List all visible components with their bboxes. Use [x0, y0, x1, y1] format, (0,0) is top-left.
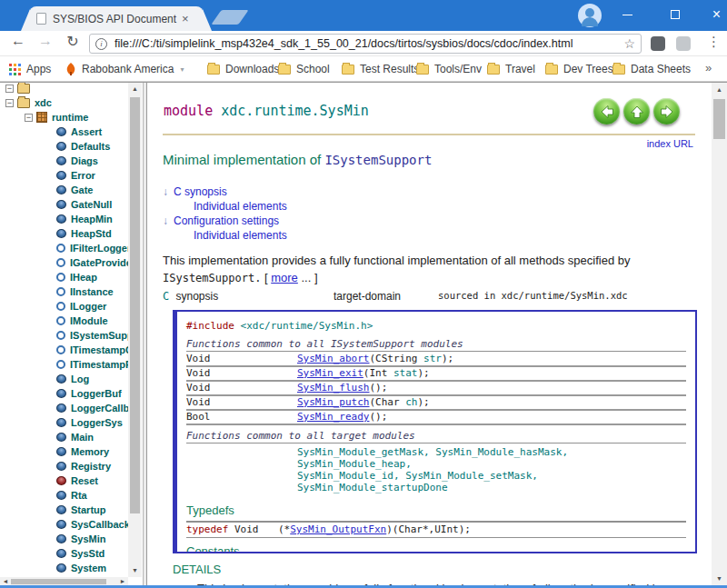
function-link[interactable]: SysMin_abort [297, 353, 369, 364]
url-bar[interactable]: i file:///C:/ti/simplelink_msp432e4_sdk_… [89, 34, 642, 54]
scroll-up-icon[interactable]: ▲ [712, 86, 727, 94]
tree-item-igateprovider[interactable]: IGateProvider [4, 255, 128, 270]
function-link[interactable]: SysMin_exit [297, 367, 364, 379]
nav-up-button[interactable] [623, 98, 650, 125]
tree-item-syscallback[interactable]: SysCallback [4, 517, 128, 532]
tree-item-sysstd[interactable]: SysStd [4, 546, 128, 561]
minimize-button[interactable] [607, 0, 648, 29]
tree-item-rta[interactable]: Rta [4, 488, 128, 503]
scrollbar-thumb[interactable] [11, 579, 106, 584]
typedef-pre: (* [278, 523, 290, 535]
module-functions[interactable]: SysMin_Module_getMask, SysMin_Module_has… [186, 444, 686, 497]
scroll-down-icon[interactable]: ▼ [712, 575, 727, 583]
tree-item-gatenull[interactable]: GateNull [4, 197, 128, 212]
bookmark-rabobank[interactable]: Rabobank America ▾ [65, 61, 184, 77]
collapse-icon[interactable]: − [5, 99, 14, 107]
extension-icon-2[interactable] [676, 36, 691, 51]
intro-interface-name: ISystemSupport. [163, 272, 261, 284]
bookmark-folder-data-sheets[interactable]: Data Sheets [612, 61, 691, 77]
toc-link-c-synopsis[interactable]: C synopsis [174, 185, 227, 198]
tree-item-sysmin[interactable]: SysMin [4, 532, 128, 546]
bookmark-folder-test-results[interactable]: Test Results [342, 61, 419, 77]
tree-item-diags[interactable]: Diags [4, 154, 128, 168]
function-link[interactable]: SysMin_putch [297, 396, 369, 408]
tree-item-loggersys[interactable]: LoggerSys [4, 415, 128, 430]
index-link[interactable]: index [647, 138, 671, 149]
tree-item-log[interactable]: Log [4, 372, 128, 386]
menu-icon[interactable]: ⋮ [707, 34, 721, 50]
function-link[interactable]: SysMin_flush [297, 382, 369, 394]
tree-item-iheap[interactable]: IHeap [4, 270, 128, 284]
forward-icon[interactable]: → [35, 33, 56, 49]
nav-forward-button[interactable] [653, 98, 680, 125]
browser-tab[interactable]: SYS/BIOS API Document × [29, 6, 204, 31]
scrollbar-thumb[interactable] [130, 97, 140, 513]
scrollbar-thumb[interactable] [713, 99, 725, 139]
new-tab-button[interactable] [211, 10, 248, 25]
tree-item-loggercallback[interactable]: LoggerCallback [4, 401, 128, 415]
extension-icon[interactable] [651, 36, 665, 51]
tree-item-reset[interactable]: Reset [4, 473, 128, 488]
url-text[interactable]: file:///C:/ti/simplelink_msp432e4_sdk_1_… [115, 37, 623, 50]
title-rule [163, 134, 695, 135]
scroll-right-icon[interactable]: ► [119, 578, 126, 585]
tree-item-heapmin[interactable]: HeapMin [4, 212, 128, 226]
tree-item-ifilterlogger[interactable]: IFilterLogger [4, 241, 128, 255]
tree-item-system[interactable]: System [4, 561, 128, 575]
toc-link-individual-elements-2[interactable]: Individual elements [194, 229, 287, 242]
tree-item-gate[interactable]: Gate [4, 183, 128, 197]
tree-item-startup[interactable]: Startup [4, 503, 128, 517]
tree-item-itimestampprovider[interactable]: ITimestampProvider [4, 357, 128, 372]
tree-item-iinstance[interactable]: IInstance [4, 284, 128, 299]
more-link[interactable]: more [271, 271, 298, 284]
bookmark-folder-school[interactable]: School [278, 61, 330, 77]
scroll-left-icon[interactable]: ◄ [2, 578, 9, 585]
scroll-down-icon[interactable]: ▼ [128, 567, 142, 574]
profile-icon[interactable] [578, 4, 602, 27]
tree-item-loggerbuf[interactable]: LoggerBuf [4, 386, 128, 401]
bookmark-folder-downloads[interactable]: Downloads [207, 61, 279, 77]
tree-item-registry[interactable]: Registry [4, 459, 128, 473]
tree-item-root-partial[interactable]: − [4, 83, 128, 95]
module-functions-line[interactable]: SysMin_Module_getMask, SysMin_Module_has… [297, 446, 568, 470]
reload-icon[interactable]: ↻ [62, 33, 84, 50]
module-functions-line[interactable]: SysMin_Module_id, SysMin_Module_setMask,… [297, 470, 538, 493]
tree-item-itimestampclient[interactable]: ITimestampClient [4, 343, 128, 357]
typedef-link[interactable]: SysMin_OutputFxn [290, 523, 386, 535]
tree-item-error[interactable]: Error [4, 168, 128, 183]
bookmark-star-icon[interactable]: ☆ [623, 36, 635, 51]
toc-link-individual-elements-1[interactable]: Individual elements [194, 200, 287, 213]
tree-item-heapstd[interactable]: HeapStd [4, 226, 128, 241]
bookmark-folder-dev-trees[interactable]: Dev Trees [545, 61, 613, 77]
back-icon[interactable]: ← [7, 33, 29, 49]
arrow-left-icon [598, 103, 616, 121]
tree-item-xdc[interactable]: − xdc [4, 95, 128, 110]
scroll-up-icon[interactable]: ▲ [128, 85, 142, 93]
tree-item-defaults[interactable]: Defaults [4, 139, 128, 154]
info-icon[interactable]: i [95, 38, 107, 50]
function-link[interactable]: SysMin_ready [297, 411, 369, 423]
tree-item-main[interactable]: Main [4, 430, 128, 444]
collapse-icon[interactable]: − [25, 114, 33, 122]
tab-close-icon[interactable]: × [182, 12, 189, 25]
bookmark-folder-tools-env[interactable]: Tools/Env [416, 61, 482, 77]
tree-item-assert[interactable]: Assert [4, 125, 128, 139]
doc-nav-buttons [593, 98, 680, 125]
collapse-icon[interactable]: − [5, 85, 14, 93]
tree-item-ilogger[interactable]: ILogger [4, 299, 128, 314]
close-button[interactable]: × [696, 0, 727, 29]
tree-vertical-scrollbar[interactable]: ▲ ▼ [128, 83, 142, 577]
tree-item-imodule[interactable]: IModule [4, 314, 128, 328]
nav-back-button[interactable] [593, 98, 620, 125]
bookmark-folder-travel[interactable]: Travel [487, 61, 535, 77]
bookmarks-overflow-icon[interactable]: » [705, 61, 712, 75]
folder-icon [487, 65, 500, 75]
bookmark-apps[interactable]: Apps [9, 61, 51, 77]
maximize-button[interactable] [654, 0, 695, 29]
tree-item-memory[interactable]: Memory [4, 444, 128, 459]
tree-item-isystemsupport[interactable]: ISystemSupport [4, 328, 128, 343]
url-link[interactable]: URL [673, 138, 693, 149]
tree-item-runtime[interactable]: − runtime [4, 110, 128, 125]
content-vertical-scrollbar[interactable]: ▲ ▼ [712, 83, 727, 586]
toc-link-configuration-settings[interactable]: Configuration settings [174, 214, 279, 227]
